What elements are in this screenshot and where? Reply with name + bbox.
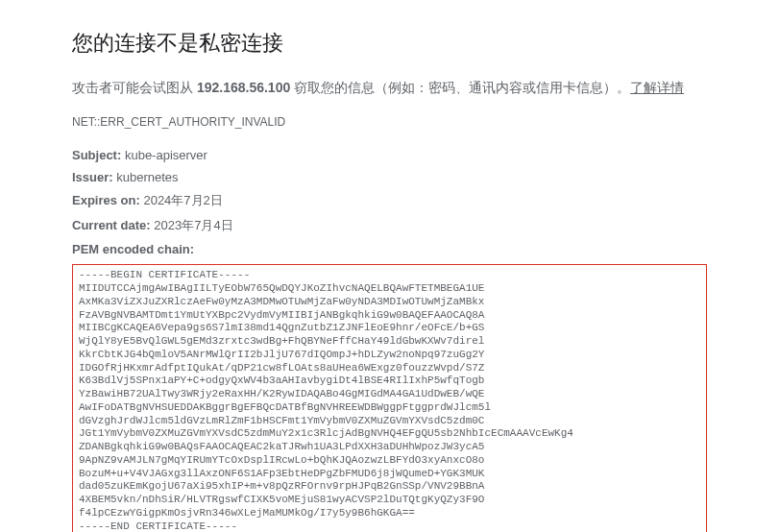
error-code: NET::ERR_CERT_AUTHORITY_INVALID <box>72 115 707 129</box>
cert-expires-row: Expires on: 2024年7月2日 <box>72 192 707 209</box>
cert-current-value: 2023年7月4日 <box>154 218 232 232</box>
cert-issuer-value: kubernetes <box>116 170 178 184</box>
cert-pem-label-row: PEM encoded chain: <box>72 242 707 256</box>
warning-text: 攻击者可能会试图从 192.168.56.100 窃取您的信息（例如：密码、通讯… <box>72 77 707 98</box>
cert-issuer-row: Issuer: kubernetes <box>72 170 707 184</box>
cert-current-row: Current date: 2023年7月4日 <box>72 217 707 234</box>
cert-current-label: Current date: <box>72 218 151 232</box>
cert-pem-label: PEM encoded chain: <box>72 242 194 256</box>
pem-encoded-chain: -----BEGIN CERTIFICATE----- MIIDUTCCAjmg… <box>72 264 707 532</box>
cert-expires-value: 2024年7月2日 <box>143 193 222 207</box>
warning-post: 窃取您的信息（例如：密码、通讯内容或信用卡信息）。 <box>290 80 630 95</box>
cert-issuer-label: Issuer: <box>72 170 113 184</box>
warning-pre: 攻击者可能会试图从 <box>72 80 197 95</box>
warning-ip: 192.168.56.100 <box>197 80 290 95</box>
cert-subject-label: Subject: <box>72 148 121 162</box>
cert-subject-row: Subject: kube-apiserver <box>72 148 707 162</box>
cert-expires-label: Expires on: <box>72 193 140 207</box>
page-title: 您的连接不是私密连接 <box>72 29 707 58</box>
learn-more-link[interactable]: 了解详情 <box>630 80 684 95</box>
cert-subject-value: kube-apiserver <box>125 148 207 162</box>
